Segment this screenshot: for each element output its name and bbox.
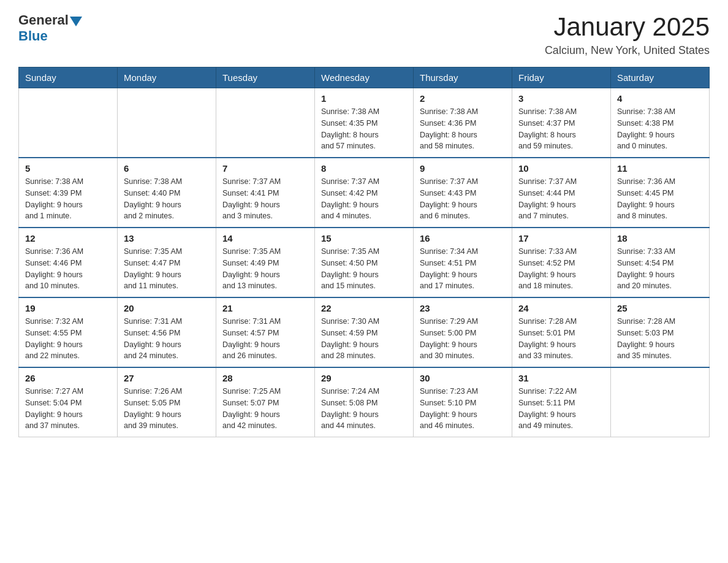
day-info: Sunrise: 7:38 AMSunset: 4:39 PMDaylight:… (25, 176, 111, 222)
day-of-week-header-monday: Monday (118, 67, 216, 88)
calendar-cell: 24Sunrise: 7:28 AMSunset: 5:01 PMDayligh… (512, 297, 611, 367)
day-number: 15 (321, 233, 407, 243)
calendar-week-row: 1Sunrise: 7:38 AMSunset: 4:35 PMDaylight… (19, 88, 710, 158)
day-info: Sunrise: 7:31 AMSunset: 4:56 PMDaylight:… (124, 316, 210, 362)
calendar-cell: 7Sunrise: 7:37 AMSunset: 4:41 PMDaylight… (216, 158, 315, 228)
calendar-cell: 1Sunrise: 7:38 AMSunset: 4:35 PMDaylight… (315, 88, 414, 158)
calendar-cell: 29Sunrise: 7:24 AMSunset: 5:08 PMDayligh… (315, 367, 414, 437)
day-number: 18 (617, 233, 703, 243)
day-number: 6 (124, 163, 210, 174)
day-info: Sunrise: 7:37 AMSunset: 4:41 PMDaylight:… (222, 176, 308, 222)
calendar-cell: 9Sunrise: 7:37 AMSunset: 4:43 PMDaylight… (414, 158, 512, 228)
calendar-cell: 14Sunrise: 7:35 AMSunset: 4:49 PMDayligh… (216, 228, 315, 297)
day-number: 8 (321, 163, 407, 174)
calendar-cell: 3Sunrise: 7:38 AMSunset: 4:37 PMDaylight… (512, 88, 611, 158)
day-info: Sunrise: 7:37 AMSunset: 4:43 PMDaylight:… (420, 176, 506, 222)
day-of-week-header-tuesday: Tuesday (216, 67, 315, 88)
calendar-cell: 13Sunrise: 7:35 AMSunset: 4:47 PMDayligh… (118, 228, 216, 297)
day-number: 14 (222, 233, 308, 243)
calendar-cell (19, 88, 118, 158)
day-number: 16 (420, 233, 506, 243)
calendar-cell: 30Sunrise: 7:23 AMSunset: 5:10 PMDayligh… (414, 367, 512, 437)
day-info: Sunrise: 7:33 AMSunset: 4:52 PMDaylight:… (518, 246, 604, 292)
day-info: Sunrise: 7:32 AMSunset: 4:55 PMDaylight:… (25, 316, 111, 362)
logo-general-text: General (18, 12, 69, 28)
day-of-week-header-saturday: Saturday (611, 67, 710, 88)
day-info: Sunrise: 7:35 AMSunset: 4:50 PMDaylight:… (321, 246, 407, 292)
day-number: 22 (321, 303, 407, 313)
month-year-title: January 2025 (545, 12, 710, 42)
day-info: Sunrise: 7:26 AMSunset: 5:05 PMDaylight:… (124, 386, 210, 432)
day-number: 20 (124, 303, 210, 313)
day-info: Sunrise: 7:29 AMSunset: 5:00 PMDaylight:… (420, 316, 506, 362)
day-number: 1 (321, 93, 407, 104)
calendar-week-row: 19Sunrise: 7:32 AMSunset: 4:55 PMDayligh… (19, 297, 710, 367)
day-info: Sunrise: 7:38 AMSunset: 4:37 PMDaylight:… (518, 106, 604, 152)
calendar-cell (118, 88, 216, 158)
calendar-week-row: 5Sunrise: 7:38 AMSunset: 4:39 PMDaylight… (19, 158, 710, 228)
calendar-cell: 10Sunrise: 7:37 AMSunset: 4:44 PMDayligh… (512, 158, 611, 228)
day-number: 23 (420, 303, 506, 313)
day-info: Sunrise: 7:34 AMSunset: 4:51 PMDaylight:… (420, 246, 506, 292)
title-block: January 2025 Calcium, New York, United S… (545, 12, 710, 57)
day-number: 27 (124, 373, 210, 383)
calendar-cell: 21Sunrise: 7:31 AMSunset: 4:57 PMDayligh… (216, 297, 315, 367)
day-info: Sunrise: 7:35 AMSunset: 4:47 PMDaylight:… (124, 246, 210, 292)
day-info: Sunrise: 7:37 AMSunset: 4:42 PMDaylight:… (321, 176, 407, 222)
calendar-cell: 2Sunrise: 7:38 AMSunset: 4:36 PMDaylight… (414, 88, 512, 158)
calendar-week-row: 26Sunrise: 7:27 AMSunset: 5:04 PMDayligh… (19, 367, 710, 437)
day-number: 31 (518, 373, 604, 383)
calendar-cell: 11Sunrise: 7:36 AMSunset: 4:45 PMDayligh… (611, 158, 710, 228)
calendar-cell: 28Sunrise: 7:25 AMSunset: 5:07 PMDayligh… (216, 367, 315, 437)
calendar-cell (216, 88, 315, 158)
day-number: 11 (617, 163, 703, 174)
day-number: 26 (25, 373, 111, 383)
day-of-week-header-friday: Friday (512, 67, 611, 88)
calendar-cell: 5Sunrise: 7:38 AMSunset: 4:39 PMDaylight… (19, 158, 118, 228)
day-of-week-header-wednesday: Wednesday (315, 67, 414, 88)
page-header: General Blue January 2025 Calcium, New Y… (18, 12, 710, 57)
day-info: Sunrise: 7:33 AMSunset: 4:54 PMDaylight:… (617, 246, 703, 292)
calendar-cell: 15Sunrise: 7:35 AMSunset: 4:50 PMDayligh… (315, 228, 414, 297)
calendar-cell: 23Sunrise: 7:29 AMSunset: 5:00 PMDayligh… (414, 297, 512, 367)
day-number: 29 (321, 373, 407, 383)
day-info: Sunrise: 7:24 AMSunset: 5:08 PMDaylight:… (321, 386, 407, 432)
day-info: Sunrise: 7:28 AMSunset: 5:03 PMDaylight:… (617, 316, 703, 362)
logo-blue-text: Blue (18, 28, 82, 44)
day-number: 24 (518, 303, 604, 313)
calendar-cell: 17Sunrise: 7:33 AMSunset: 4:52 PMDayligh… (512, 228, 611, 297)
calendar-cell: 26Sunrise: 7:27 AMSunset: 5:04 PMDayligh… (19, 367, 118, 437)
day-info: Sunrise: 7:30 AMSunset: 4:59 PMDaylight:… (321, 316, 407, 362)
calendar-cell (611, 367, 710, 437)
calendar-cell: 6Sunrise: 7:38 AMSunset: 4:40 PMDaylight… (118, 158, 216, 228)
calendar-cell: 20Sunrise: 7:31 AMSunset: 4:56 PMDayligh… (118, 297, 216, 367)
day-number: 10 (518, 163, 604, 174)
day-info: Sunrise: 7:31 AMSunset: 4:57 PMDaylight:… (222, 316, 308, 362)
calendar-cell: 8Sunrise: 7:37 AMSunset: 4:42 PMDaylight… (315, 158, 414, 228)
day-number: 21 (222, 303, 308, 313)
logo-triangle-icon (70, 17, 82, 26)
day-number: 4 (617, 93, 703, 104)
calendar-week-row: 12Sunrise: 7:36 AMSunset: 4:46 PMDayligh… (19, 228, 710, 297)
day-of-week-header-sunday: Sunday (19, 67, 118, 88)
day-info: Sunrise: 7:36 AMSunset: 4:46 PMDaylight:… (25, 246, 111, 292)
day-info: Sunrise: 7:38 AMSunset: 4:38 PMDaylight:… (617, 106, 703, 152)
day-number: 12 (25, 233, 111, 243)
day-info: Sunrise: 7:36 AMSunset: 4:45 PMDaylight:… (617, 176, 703, 222)
calendar-table: SundayMondayTuesdayWednesdayThursdayFrid… (18, 67, 710, 437)
day-number: 5 (25, 163, 111, 174)
day-info: Sunrise: 7:38 AMSunset: 4:36 PMDaylight:… (420, 106, 506, 152)
day-info: Sunrise: 7:23 AMSunset: 5:10 PMDaylight:… (420, 386, 506, 432)
day-info: Sunrise: 7:37 AMSunset: 4:44 PMDaylight:… (518, 176, 604, 222)
location-subtitle: Calcium, New York, United States (545, 44, 710, 57)
calendar-cell: 22Sunrise: 7:30 AMSunset: 4:59 PMDayligh… (315, 297, 414, 367)
day-info: Sunrise: 7:35 AMSunset: 4:49 PMDaylight:… (222, 246, 308, 292)
day-number: 19 (25, 303, 111, 313)
day-number: 7 (222, 163, 308, 174)
day-info: Sunrise: 7:25 AMSunset: 5:07 PMDaylight:… (222, 386, 308, 432)
day-number: 2 (420, 93, 506, 104)
day-number: 13 (124, 233, 210, 243)
day-number: 30 (420, 373, 506, 383)
calendar-cell: 27Sunrise: 7:26 AMSunset: 5:05 PMDayligh… (118, 367, 216, 437)
day-of-week-header-thursday: Thursday (414, 67, 512, 88)
